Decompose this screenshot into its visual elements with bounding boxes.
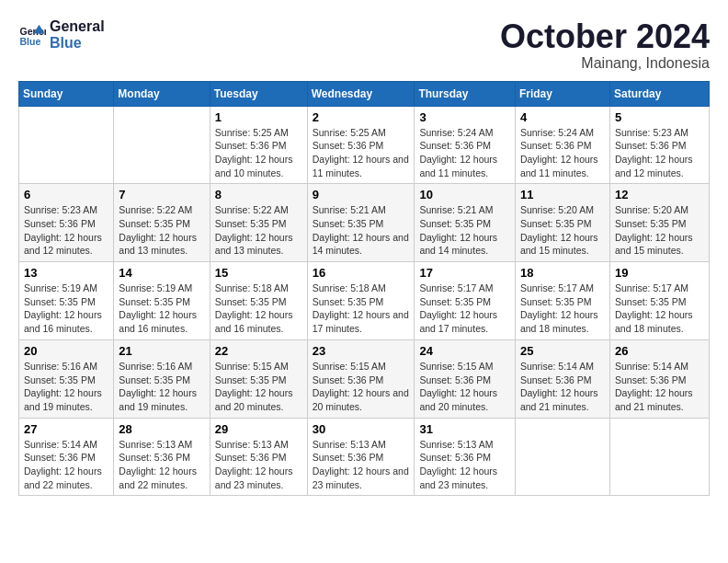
day-number: 28 xyxy=(119,422,204,436)
day-number: 5 xyxy=(615,110,704,124)
week-row-1: 1Sunrise: 5:25 AMSunset: 5:36 PMDaylight… xyxy=(19,106,710,184)
day-cell-24: 24Sunrise: 5:15 AMSunset: 5:36 PMDayligh… xyxy=(415,339,516,418)
day-info: Sunrise: 5:13 AMSunset: 5:36 PMDaylight:… xyxy=(119,438,204,492)
logo: General Blue General Blue xyxy=(18,18,105,52)
day-cell-9: 9Sunrise: 5:21 AMSunset: 5:35 PMDaylight… xyxy=(307,184,415,262)
page-header: General Blue General Blue October 2024 M… xyxy=(18,18,710,72)
day-number: 29 xyxy=(215,422,302,436)
header-friday: Friday xyxy=(515,81,609,106)
svg-text:Blue: Blue xyxy=(20,36,41,47)
day-number: 9 xyxy=(313,188,410,201)
header-monday: Monday xyxy=(114,81,210,106)
day-number: 13 xyxy=(24,266,108,280)
day-number: 2 xyxy=(313,110,410,124)
day-number: 26 xyxy=(615,344,704,358)
day-info: Sunrise: 5:14 AMSunset: 5:36 PMDaylight:… xyxy=(24,438,108,492)
day-number: 18 xyxy=(520,266,605,280)
day-info: Sunrise: 5:23 AMSunset: 5:36 PMDaylight:… xyxy=(615,126,704,180)
day-number: 20 xyxy=(24,344,108,358)
day-info: Sunrise: 5:19 AMSunset: 5:35 PMDaylight:… xyxy=(119,282,204,336)
day-cell-11: 11Sunrise: 5:20 AMSunset: 5:35 PMDayligh… xyxy=(515,184,609,262)
week-row-2: 6Sunrise: 5:23 AMSunset: 5:36 PMDaylight… xyxy=(19,184,710,262)
day-info: Sunrise: 5:17 AMSunset: 5:35 PMDaylight:… xyxy=(520,282,605,336)
day-cell-5: 5Sunrise: 5:23 AMSunset: 5:36 PMDaylight… xyxy=(609,106,709,184)
day-info: Sunrise: 5:24 AMSunset: 5:36 PMDaylight:… xyxy=(520,126,605,180)
day-cell-19: 19Sunrise: 5:17 AMSunset: 5:35 PMDayligh… xyxy=(609,262,709,340)
day-cell-31: 31Sunrise: 5:13 AMSunset: 5:36 PMDayligh… xyxy=(415,418,516,496)
day-cell-26: 26Sunrise: 5:14 AMSunset: 5:36 PMDayligh… xyxy=(609,339,709,418)
location: Mainang, Indonesia xyxy=(500,55,710,72)
day-number: 24 xyxy=(419,344,510,358)
logo-icon: General Blue xyxy=(18,21,46,49)
day-cell-7: 7Sunrise: 5:22 AMSunset: 5:35 PMDaylight… xyxy=(114,184,210,262)
day-cell-12: 12Sunrise: 5:20 AMSunset: 5:35 PMDayligh… xyxy=(609,184,709,262)
day-info: Sunrise: 5:15 AMSunset: 5:36 PMDaylight:… xyxy=(313,360,410,414)
day-info: Sunrise: 5:21 AMSunset: 5:35 PMDaylight:… xyxy=(313,203,410,258)
week-row-4: 20Sunrise: 5:16 AMSunset: 5:35 PMDayligh… xyxy=(19,339,710,418)
day-number: 6 xyxy=(24,188,108,201)
calendar-table: SundayMondayTuesdayWednesdayThursdayFrid… xyxy=(18,81,710,497)
day-info: Sunrise: 5:16 AMSunset: 5:35 PMDaylight:… xyxy=(24,360,108,414)
day-info: Sunrise: 5:19 AMSunset: 5:35 PMDaylight:… xyxy=(24,282,108,336)
day-number: 23 xyxy=(313,344,410,358)
day-cell-22: 22Sunrise: 5:15 AMSunset: 5:35 PMDayligh… xyxy=(210,339,307,418)
day-cell-3: 3Sunrise: 5:24 AMSunset: 5:36 PMDaylight… xyxy=(415,106,516,184)
week-row-5: 27Sunrise: 5:14 AMSunset: 5:36 PMDayligh… xyxy=(19,418,710,496)
day-info: Sunrise: 5:16 AMSunset: 5:35 PMDaylight:… xyxy=(119,360,204,414)
day-cell-30: 30Sunrise: 5:13 AMSunset: 5:36 PMDayligh… xyxy=(307,418,415,496)
day-number: 14 xyxy=(119,266,204,280)
day-number: 21 xyxy=(119,344,204,358)
day-info: Sunrise: 5:17 AMSunset: 5:35 PMDaylight:… xyxy=(419,282,510,336)
day-number: 7 xyxy=(119,188,204,201)
day-number: 1 xyxy=(215,110,302,124)
empty-cell xyxy=(19,106,114,184)
day-cell-10: 10Sunrise: 5:21 AMSunset: 5:35 PMDayligh… xyxy=(415,184,516,262)
header-wednesday: Wednesday xyxy=(307,81,415,106)
header-sunday: Sunday xyxy=(19,81,114,106)
day-number: 4 xyxy=(520,110,605,124)
day-cell-25: 25Sunrise: 5:14 AMSunset: 5:36 PMDayligh… xyxy=(515,339,609,418)
day-number: 16 xyxy=(313,266,410,280)
title-block: October 2024 Mainang, Indonesia xyxy=(500,18,710,72)
day-cell-28: 28Sunrise: 5:13 AMSunset: 5:36 PMDayligh… xyxy=(114,418,210,496)
day-info: Sunrise: 5:22 AMSunset: 5:35 PMDaylight:… xyxy=(119,203,204,258)
day-number: 15 xyxy=(215,266,302,280)
day-cell-13: 13Sunrise: 5:19 AMSunset: 5:35 PMDayligh… xyxy=(19,262,114,340)
day-cell-6: 6Sunrise: 5:23 AMSunset: 5:36 PMDaylight… xyxy=(19,184,114,262)
day-number: 10 xyxy=(419,188,510,201)
day-cell-20: 20Sunrise: 5:16 AMSunset: 5:35 PMDayligh… xyxy=(19,339,114,418)
day-cell-15: 15Sunrise: 5:18 AMSunset: 5:35 PMDayligh… xyxy=(210,262,307,340)
day-info: Sunrise: 5:14 AMSunset: 5:36 PMDaylight:… xyxy=(520,360,605,414)
day-cell-16: 16Sunrise: 5:18 AMSunset: 5:35 PMDayligh… xyxy=(307,262,415,340)
day-info: Sunrise: 5:25 AMSunset: 5:36 PMDaylight:… xyxy=(215,126,302,180)
week-row-3: 13Sunrise: 5:19 AMSunset: 5:35 PMDayligh… xyxy=(19,262,710,340)
day-number: 25 xyxy=(520,344,605,358)
day-info: Sunrise: 5:25 AMSunset: 5:36 PMDaylight:… xyxy=(313,126,410,180)
day-number: 8 xyxy=(215,188,302,201)
day-info: Sunrise: 5:14 AMSunset: 5:36 PMDaylight:… xyxy=(615,360,704,414)
day-info: Sunrise: 5:24 AMSunset: 5:36 PMDaylight:… xyxy=(419,126,510,180)
day-info: Sunrise: 5:15 AMSunset: 5:35 PMDaylight:… xyxy=(215,360,302,414)
day-cell-17: 17Sunrise: 5:17 AMSunset: 5:35 PMDayligh… xyxy=(415,262,516,340)
empty-cell xyxy=(515,418,609,496)
day-info: Sunrise: 5:22 AMSunset: 5:35 PMDaylight:… xyxy=(215,203,302,258)
day-info: Sunrise: 5:18 AMSunset: 5:35 PMDaylight:… xyxy=(215,282,302,336)
day-cell-1: 1Sunrise: 5:25 AMSunset: 5:36 PMDaylight… xyxy=(210,106,307,184)
day-info: Sunrise: 5:23 AMSunset: 5:36 PMDaylight:… xyxy=(24,203,108,258)
day-number: 12 xyxy=(615,188,704,201)
header-tuesday: Tuesday xyxy=(210,81,307,106)
day-info: Sunrise: 5:18 AMSunset: 5:35 PMDaylight:… xyxy=(313,282,410,336)
month-title: October 2024 xyxy=(500,18,710,55)
day-cell-2: 2Sunrise: 5:25 AMSunset: 5:36 PMDaylight… xyxy=(307,106,415,184)
empty-cell xyxy=(609,418,709,496)
day-cell-14: 14Sunrise: 5:19 AMSunset: 5:35 PMDayligh… xyxy=(114,262,210,340)
day-number: 17 xyxy=(419,266,510,280)
day-info: Sunrise: 5:13 AMSunset: 5:36 PMDaylight:… xyxy=(313,438,410,492)
day-number: 19 xyxy=(615,266,704,280)
day-info: Sunrise: 5:20 AMSunset: 5:35 PMDaylight:… xyxy=(520,203,605,258)
day-number: 3 xyxy=(419,110,510,124)
day-info: Sunrise: 5:21 AMSunset: 5:35 PMDaylight:… xyxy=(419,203,510,258)
day-number: 31 xyxy=(419,422,510,436)
empty-cell xyxy=(114,106,210,184)
day-cell-4: 4Sunrise: 5:24 AMSunset: 5:36 PMDaylight… xyxy=(515,106,609,184)
